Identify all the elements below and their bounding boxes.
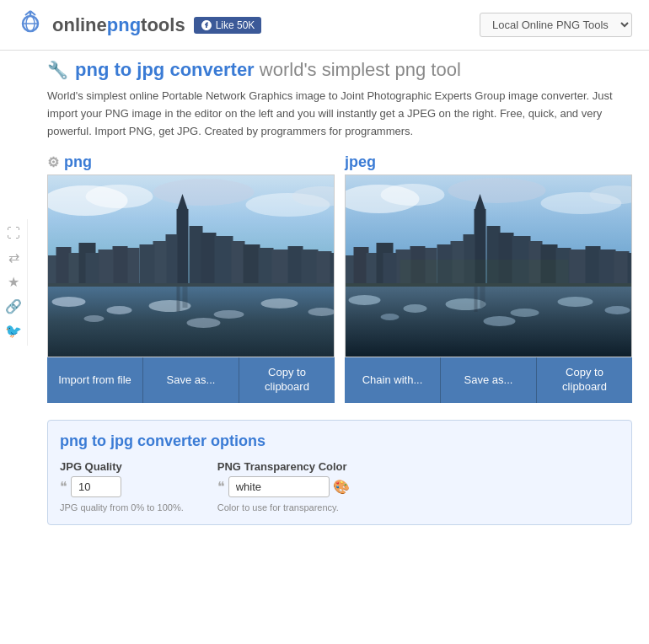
svg-point-39 — [52, 297, 86, 307]
logo-text: onlinepngtools — [52, 14, 185, 36]
svg-rect-33 — [288, 246, 303, 285]
svg-rect-91 — [475, 287, 478, 312]
svg-rect-69 — [384, 253, 397, 285]
title-section: 🔧 png to jpg converter world's simplest … — [47, 59, 632, 81]
svg-rect-15 — [69, 253, 81, 285]
link-icon[interactable]: 🔗 — [5, 298, 22, 314]
svg-rect-17 — [177, 209, 189, 285]
png-image — [48, 175, 334, 357]
png-transparency-input[interactable] — [228, 476, 330, 497]
svg-point-52 — [448, 178, 546, 203]
png-panel-buttons: Import from file Save as... Copy to clip… — [47, 357, 335, 403]
svg-point-83 — [349, 295, 381, 305]
star-icon[interactable]: ★ — [5, 274, 22, 290]
svg-rect-47 — [177, 287, 180, 312]
svg-rect-28 — [215, 236, 233, 285]
jpeg-panel-buttons: Chain with... Save as... Copy to clipboa… — [345, 357, 632, 403]
jpeg-canvas — [345, 174, 632, 357]
svg-rect-25 — [99, 250, 114, 285]
svg-rect-20 — [166, 234, 178, 285]
tools-dropdown[interactable]: Local Online PNG Tools — [480, 13, 632, 37]
jpeg-image — [346, 175, 631, 357]
svg-point-43 — [261, 298, 298, 309]
svg-point-42 — [214, 310, 244, 319]
logo-icon — [17, 8, 44, 41]
title-highlight: png to jpg converter — [75, 59, 255, 80]
header: onlinepngtools Like 50K Local Online PNG… — [0, 0, 649, 51]
svg-point-87 — [558, 297, 593, 307]
title-rest: world's simplest png tool — [260, 59, 461, 80]
svg-rect-81 — [346, 283, 631, 287]
svg-rect-80 — [400, 260, 569, 283]
svg-rect-34 — [302, 250, 319, 285]
logo-online: online — [52, 14, 107, 35]
save-as-jpg-button[interactable]: Save as... — [441, 357, 537, 403]
svg-point-86 — [511, 309, 539, 317]
svg-point-44 — [308, 308, 335, 316]
svg-rect-77 — [599, 250, 616, 285]
svg-point-88 — [605, 306, 630, 314]
png-transparency-label: PNG Transparency Color — [217, 460, 350, 473]
panels: ⚙ png — [47, 153, 632, 403]
png-transparency-hint: Color to use for transparency. — [217, 502, 350, 513]
jpeg-label: jpeg — [345, 153, 376, 171]
svg-rect-30 — [244, 244, 260, 285]
svg-point-51 — [381, 184, 445, 206]
sidebar: ⛶ ⇄ ★ 🔗 🐦 — [0, 219, 28, 346]
svg-point-45 — [84, 315, 105, 322]
svg-rect-29 — [232, 241, 245, 285]
options-section: png to jpg converter options JPG Quality… — [47, 420, 632, 525]
svg-rect-19 — [190, 226, 203, 285]
svg-point-46 — [187, 318, 221, 328]
twitter-icon[interactable]: 🐦 — [5, 323, 22, 339]
jpg-quality-group: JPG Quality ❝ JPG quality from 0% to 100… — [60, 460, 184, 513]
png-transparency-group: PNG Transparency Color ❝ 🎨 Color to use … — [217, 460, 350, 513]
png-label: png — [64, 153, 92, 171]
svg-rect-31 — [259, 248, 274, 285]
logo-tools: tools — [141, 14, 185, 35]
import-from-file-button[interactable]: Import from file — [47, 357, 143, 403]
svg-point-90 — [484, 316, 516, 326]
svg-rect-23 — [126, 248, 140, 285]
svg-rect-36 — [330, 253, 335, 285]
copy-to-clipboard-png-button[interactable]: Copy to clipboard — [239, 357, 335, 403]
quote-icon-transparency: ❝ — [217, 479, 225, 495]
svg-rect-48 — [183, 287, 188, 308]
fullscreen-icon[interactable]: ⛶ — [5, 226, 22, 241]
svg-point-8 — [86, 185, 153, 208]
jpg-quality-hint: JPG quality from 0% to 100%. — [60, 502, 184, 513]
save-as-png-button[interactable]: Save as... — [143, 357, 239, 403]
jpg-quality-input[interactable] — [71, 476, 121, 497]
jpg-quality-input-row: ❝ — [60, 476, 184, 497]
svg-rect-35 — [317, 251, 332, 285]
jpeg-panel-title: jpeg — [345, 153, 632, 171]
logo-png: png — [107, 14, 141, 35]
svg-point-9 — [153, 179, 255, 206]
swap-icon[interactable]: ⇄ — [5, 250, 22, 266]
logo-area: onlinepngtools Like 50K — [17, 8, 261, 41]
color-picker-icon[interactable]: 🎨 — [333, 479, 350, 495]
chain-with-button[interactable]: Chain with... — [345, 357, 441, 403]
svg-point-89 — [381, 314, 400, 320]
description: World's simplest online Portable Network… — [47, 88, 632, 140]
svg-rect-78 — [614, 251, 630, 285]
svg-point-85 — [446, 298, 486, 310]
svg-rect-58 — [367, 253, 378, 285]
jpg-quality-label: JPG Quality — [60, 460, 184, 473]
svg-rect-22 — [140, 244, 155, 285]
fb-like-button[interactable]: Like 50K — [194, 17, 262, 34]
settings-icon[interactable]: ⚙ — [47, 154, 59, 170]
png-panel-title: ⚙ png — [47, 153, 335, 171]
png-panel: ⚙ png — [47, 153, 335, 403]
svg-rect-79 — [628, 253, 632, 285]
wrench-icon: 🔧 — [47, 60, 68, 80]
options-title: png to jpg converter options — [60, 432, 620, 450]
svg-rect-37 — [48, 283, 334, 287]
svg-rect-76 — [586, 246, 601, 285]
copy-to-clipboard-jpg-button[interactable]: Copy to clipboard — [537, 357, 632, 403]
svg-rect-92 — [480, 287, 485, 308]
png-transparency-input-row: ❝ 🎨 — [217, 476, 350, 497]
options-grid: JPG Quality ❝ JPG quality from 0% to 100… — [60, 460, 620, 513]
svg-point-84 — [404, 304, 427, 313]
quote-icon-quality: ❝ — [60, 479, 67, 495]
